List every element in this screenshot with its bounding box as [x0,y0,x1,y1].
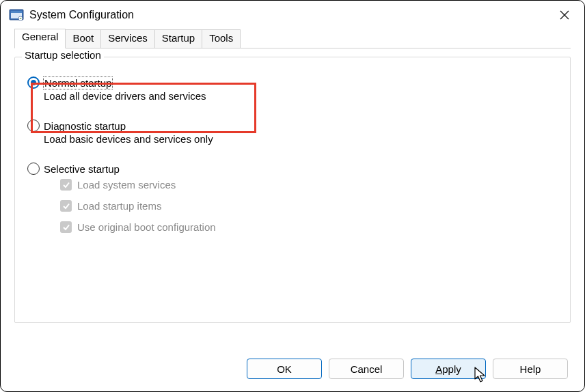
radio-normal-startup[interactable] [27,76,40,89]
ok-button[interactable]: OK [247,359,322,379]
check-label: Use original boot configuration [77,221,216,233]
checkbox-icon [60,200,72,212]
help-button[interactable]: Help [493,359,568,379]
msconfig-icon [9,8,24,23]
check-label: Load system services [77,179,176,191]
check-use-original-boot: Use original boot configuration [60,221,558,233]
tab-startup[interactable]: Startup [155,29,202,48]
check-load-startup-items: Load startup items [60,200,558,212]
desc-diagnostic-startup: Load basic devices and services only [44,133,558,145]
tab-panel-general: Startup selection Normal startup Load al… [14,57,571,323]
dialog-buttons: OK Cancel Apply Help [247,359,568,379]
desc-normal-startup: Load all device drivers and services [44,90,558,102]
radio-diagnostic-startup[interactable] [27,120,40,132]
tab-boot[interactable]: Boot [66,29,101,48]
check-load-system-services: Load system services [60,179,558,191]
checkbox-icon [60,179,72,191]
svg-rect-2 [11,11,22,13]
option-normal-startup[interactable]: Normal startup Load all device drivers a… [27,76,558,102]
cancel-button[interactable]: Cancel [329,359,404,379]
option-diagnostic-startup[interactable]: Diagnostic startup Load basic devices an… [27,120,558,145]
radio-label-diagnostic: Diagnostic startup [44,120,126,132]
option-selective-startup[interactable]: Selective startup Load system services L… [27,163,558,233]
close-button[interactable] [549,1,580,29]
checkbox-icon [60,221,72,233]
startup-selection-group: Startup selection Normal startup Load al… [14,57,571,323]
tab-general[interactable]: General [14,29,66,48]
tab-tools[interactable]: Tools [202,29,241,48]
radio-selective-startup[interactable] [27,163,40,175]
group-label: Startup selection [22,49,104,61]
close-icon [560,10,569,20]
radio-label-normal: Normal startup [44,77,112,89]
tab-strip: General Boot Services Startup Tools [1,29,584,48]
title-bar: System Configuration [1,1,584,29]
tab-services[interactable]: Services [101,29,155,48]
selective-startup-suboptions: Load system services Load startup items … [60,179,558,233]
window-title: System Configuration [29,9,134,21]
check-label: Load startup items [77,200,161,212]
apply-button[interactable]: Apply [411,359,486,379]
radio-label-selective: Selective startup [44,163,120,175]
